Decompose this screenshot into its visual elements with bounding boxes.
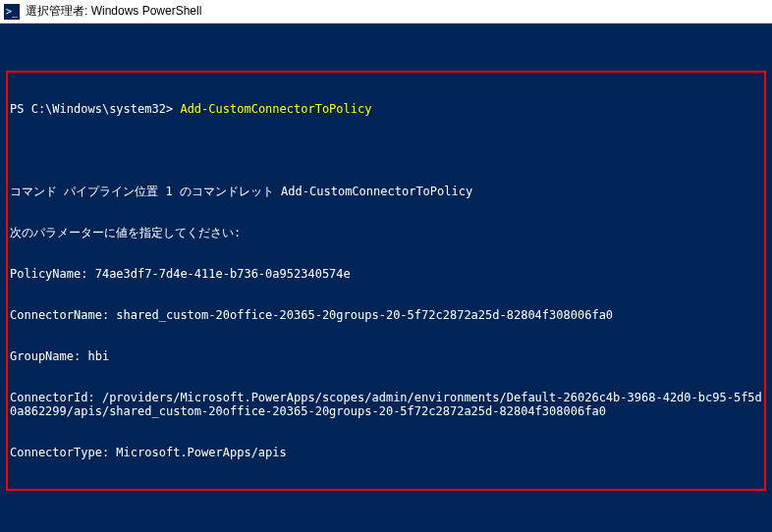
connector-name-line: ConnectorName: shared_custom-20office-20… [10,308,762,322]
prompt-path: PS C:\Windows\system32> [10,102,173,116]
command-text: Add-CustomConnectorToPolicy [180,102,371,116]
connector-id-line: ConnectorId: /providers/Microsoft.PowerA… [10,391,762,418]
policy-name-line: PolicyName: 74ae3df7-7d4e-411e-b736-0a95… [10,267,762,281]
connector-type-line: ConnectorType: Microsoft.PowerApps/apis [10,446,762,459]
console-area[interactable]: PS C:\Windows\system32> Add-CustomConnec… [0,24,772,532]
powershell-icon: >_ [4,4,20,20]
pipeline-line: コマンド パイプライン位置 1 のコマンドレット Add-CustomConne… [10,185,762,198]
window-title: 選択管理者: Windows PowerShell [26,3,201,20]
prompt-line: PS C:\Windows\system32> Add-CustomConnec… [10,102,762,116]
param-prompt-line: 次のパラメーターに値を指定してください: [10,226,762,239]
icon-glyph: >_ [6,6,18,17]
group-name-line: GroupName: hbi [10,349,762,363]
command-input-block: PS C:\Windows\system32> Add-CustomConnec… [6,71,766,491]
window-titlebar: >_ 選択管理者: Windows PowerShell [0,0,772,24]
